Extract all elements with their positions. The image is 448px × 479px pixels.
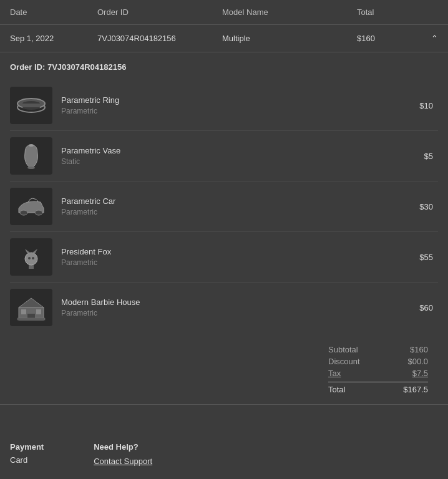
svg-rect-20 [17,318,45,320]
item-price: $5 [402,152,433,161]
order-page: Date Order ID Model Name Total Sep 1, 20… [0,0,448,479]
list-item: Parametric Vase Static $5 [10,131,438,181]
discount-value: $00.0 [407,357,428,366]
svg-point-10 [25,253,37,265]
chevron-up-icon[interactable]: ⌃ [431,34,438,43]
list-item: Modern Barbie House Parametric $60 [10,283,438,332]
item-thumbnail-fox [10,238,52,276]
total-value: $167.5 [403,385,428,394]
svg-rect-18 [21,309,26,314]
subtotal-value: $160 [410,345,428,354]
subtotal-label: Subtotal [328,345,358,354]
total-row: Total $167.5 [328,382,428,394]
svg-marker-16 [19,298,44,307]
item-thumbnail-car [10,188,52,225]
item-info-car: Parametric Car Parametric [61,196,402,216]
total-label: Total [328,385,345,394]
svg-point-14 [32,257,34,259]
payment-method: Card [10,455,44,465]
item-type: Parametric [61,107,402,115]
item-type: Parametric [61,309,402,317]
col-expand [419,7,438,17]
svg-point-8 [35,210,42,215]
item-type: Static [61,157,402,166]
col-total: Total [357,7,419,17]
tax-row: Tax $7.5 [328,369,428,378]
order-id-label: Order ID: 7VJ03074R04182156 [10,62,438,72]
item-price: $55 [402,253,433,262]
item-name: Parametric Car [61,196,402,206]
item-price: $60 [402,303,433,312]
item-name: President Fox [61,247,402,256]
payment-label: Payment [10,442,44,452]
order-details: Order ID: 7VJ03074R04182156 Parametric R… [0,52,448,405]
item-price: $10 [402,101,433,110]
order-row[interactable]: Sep 1, 2022 7VJ03074R04182156 Multiple $… [0,25,448,52]
col-date: Date [10,7,97,17]
item-price: $30 [402,202,433,211]
summary-section: Subtotal $160 Discount $00.0 Tax $7.5 To… [10,332,438,404]
order-model-name: Multiple [222,34,357,43]
col-model-name: Model Name [222,7,357,17]
help-label: Need Help? [94,442,152,452]
list-item: President Fox Parametric $55 [10,232,438,283]
tax-label: Tax [328,369,341,378]
help-col: Need Help? Contact Support [94,442,152,467]
item-info-vase: Parametric Vase Static [61,146,402,166]
col-order-id: Order ID [97,7,222,17]
svg-point-7 [20,210,27,215]
contact-support-link[interactable]: Contact Support [94,457,152,466]
footer-section: Payment Card Need Help? Contact Support [0,430,448,479]
item-thumbnail-house [10,289,52,326]
item-thumbnail-vase [10,137,52,175]
payment-col: Payment Card [10,442,44,467]
order-total: $160 [357,34,419,43]
item-thumbnail-ring [10,87,52,124]
item-info-house: Modern Barbie House Parametric [61,298,402,317]
tax-value: $7.5 [412,369,428,378]
order-id: 7VJ03074R04182156 [97,34,222,43]
discount-label: Discount [328,357,360,366]
item-info-ring: Parametric Ring Parametric [61,95,402,115]
order-date: Sep 1, 2022 [10,34,97,43]
discount-row: Discount $00.0 [328,357,428,366]
svg-rect-4 [22,104,40,107]
summary-table: Subtotal $160 Discount $00.0 Tax $7.5 To… [328,345,428,394]
item-type: Parametric [61,208,402,216]
item-name: Parametric Ring [61,95,402,105]
item-name: Parametric Vase [61,146,402,155]
list-item: Parametric Car Parametric $30 [10,181,438,232]
items-list: Parametric Ring Parametric $10 Parametri… [10,80,438,332]
svg-point-6 [27,167,35,169]
table-header: Date Order ID Model Name Total [0,0,448,25]
item-name: Modern Barbie House [61,298,402,307]
subtotal-row: Subtotal $160 [328,345,428,354]
item-type: Parametric [61,258,402,267]
list-item: Parametric Ring Parametric $10 [10,80,438,131]
item-info-fox: President Fox Parametric [61,247,402,267]
svg-point-13 [28,257,31,259]
svg-rect-19 [36,309,41,314]
svg-point-5 [29,144,34,147]
